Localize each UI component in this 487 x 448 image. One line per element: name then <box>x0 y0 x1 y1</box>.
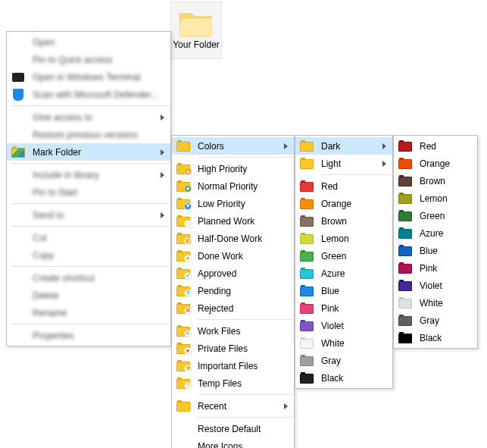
mark-pending[interactable]: ?Pending <box>172 282 294 299</box>
mark-half-done-work[interactable]: ◐Half-Done Work <box>172 230 294 247</box>
color-azure[interactable]: Azure <box>295 265 392 282</box>
color-brown[interactable]: Brown <box>295 212 392 230</box>
folder-icon <box>11 249 25 262</box>
menu-item-label: Normal Priority <box>198 181 288 192</box>
submenu-arrow-icon <box>161 172 164 178</box>
folder-icon: ● <box>176 342 190 356</box>
dark-pink[interactable]: Pink <box>394 259 477 277</box>
menu-item-label: White <box>321 338 386 349</box>
ctx-mark-folder[interactable]: Mark Folder <box>7 143 170 161</box>
menu-item-label: Important Files <box>198 361 288 371</box>
folder-icon <box>300 302 314 315</box>
menu-item-label: Send to <box>33 210 151 221</box>
mark-approved[interactable]: ✓Approved <box>172 265 294 282</box>
menu-item-label: Give access to <box>33 112 151 123</box>
mark-more-icons[interactable]: More Icons... <box>172 437 294 448</box>
ctx-copy[interactable]: Copy <box>7 246 170 264</box>
mark-planned-work[interactable]: ○Planned Work <box>172 212 294 230</box>
color-pink[interactable]: Pink <box>295 299 392 317</box>
color-blue[interactable]: Blue <box>295 282 392 299</box>
dark-red[interactable]: Red <box>394 137 477 155</box>
mark-normal-priority[interactable]: ●Normal Priority <box>172 177 294 195</box>
menu-item-label: Pink <box>321 303 386 314</box>
color-gray[interactable]: Gray <box>295 352 392 369</box>
menu-item-label: Temp Files <box>198 378 288 389</box>
dark-gray[interactable]: Gray <box>394 312 477 329</box>
color-light[interactable]: Light <box>295 155 392 172</box>
color-red[interactable]: Red <box>295 177 392 195</box>
mark-colors[interactable]: Colors <box>172 137 294 155</box>
submenu-arrow-icon <box>161 149 164 155</box>
ctx-restore-previous-versions[interactable]: Restore previous versions <box>7 126 170 143</box>
color-orange[interactable]: Orange <box>295 195 392 212</box>
folder-icon <box>11 36 25 49</box>
mark-work-files[interactable]: ≡Work Files <box>172 322 294 340</box>
menu-item-label: Done Work <box>198 251 288 262</box>
dark-green[interactable]: Green <box>394 207 477 224</box>
folder-icon <box>398 296 412 310</box>
ctx-pin-to-start[interactable]: Pin to Start <box>7 183 170 201</box>
folder-icon: ★ <box>176 359 190 373</box>
menu-item-label: Gray <box>420 315 471 326</box>
menu-separator <box>198 157 293 158</box>
ctx-cut[interactable]: Cut <box>7 229 170 246</box>
mark-temp-files[interactable]: !Temp Files <box>172 374 294 392</box>
dark-black[interactable]: Black <box>394 329 477 346</box>
mark-important-files[interactable]: ★Important Files <box>172 357 294 374</box>
submenu-arrow-icon <box>284 143 288 149</box>
menu-item-label: Light <box>321 158 373 169</box>
desktop-folder[interactable]: Your Folder <box>170 2 222 59</box>
submenu-arrow-icon <box>382 143 386 149</box>
ctx-pin-to-quick-access[interactable]: Pin to Quick access <box>7 51 170 68</box>
dark-violet[interactable]: Violet <box>394 277 477 294</box>
folder-icon <box>300 139 314 153</box>
dark-brown[interactable]: Brown <box>394 172 477 190</box>
menu-item-label: Private Files <box>198 343 288 354</box>
ctx-open[interactable]: Open <box>7 33 170 51</box>
folder-icon <box>11 53 25 67</box>
color-green[interactable]: Green <box>295 247 392 265</box>
mark-private-files[interactable]: ●Private Files <box>172 340 294 357</box>
ctx-include-in-library[interactable]: Include in library <box>7 166 170 183</box>
mark-rejected[interactable]: ✕Rejected <box>172 299 294 317</box>
ctx-scan-with-microsoft-defender[interactable]: Scan with Microsoft Defender... <box>7 86 170 103</box>
folder-icon <box>300 284 314 298</box>
ctx-give-access-to[interactable]: Give access to <box>7 108 170 126</box>
dark-orange[interactable]: Orange <box>394 155 477 172</box>
dark-azure[interactable]: Azure <box>394 224 477 242</box>
folder-icon <box>11 271 25 285</box>
menu-item-label: Orange <box>321 199 386 209</box>
ctx-delete[interactable]: Delete <box>7 287 170 304</box>
submenu-dark: Red Orange Brown Lemon Green Azure Blue … <box>393 135 478 349</box>
menu-item-label: Black <box>420 333 471 343</box>
mark-high-priority[interactable]: ▲High Priority <box>172 160 294 177</box>
ctx-rename[interactable]: Rename <box>7 304 170 321</box>
folder-icon <box>300 215 314 228</box>
color-dark[interactable]: Dark <box>295 137 392 155</box>
menu-item-label: High Priority <box>198 164 288 174</box>
folder-icon <box>398 244 412 258</box>
dark-white[interactable]: White <box>394 294 477 312</box>
ctx-open-in-windows-terminal[interactable]: Open in Windows Terminal <box>7 68 170 86</box>
folder-icon <box>300 197 314 211</box>
dark-lemon[interactable]: Lemon <box>394 190 477 207</box>
context-menu-main: OpenPin to Quick accessOpen in Windows T… <box>6 31 171 346</box>
color-black[interactable]: Black <box>295 369 392 387</box>
menu-item-label: Lemon <box>321 233 386 244</box>
menu-item-label: Restore previous versions <box>33 130 164 140</box>
color-white[interactable]: White <box>295 334 392 352</box>
menu-item-label: Restore Default <box>198 424 288 434</box>
ctx-create-shortcut[interactable]: Create shortcut <box>7 269 170 287</box>
mark-restore-default[interactable]: Restore Default <box>172 420 294 437</box>
folder-icon <box>300 319 314 333</box>
ctx-properties[interactable]: Properties <box>7 327 170 344</box>
mark-done-work[interactable]: ●Done Work <box>172 247 294 265</box>
mark-low-priority[interactable]: ▼Low Priority <box>172 195 294 212</box>
dark-blue[interactable]: Blue <box>394 242 477 259</box>
ctx-send-to[interactable]: Send to <box>7 206 170 224</box>
folder-icon: ≡ <box>176 324 190 338</box>
mark-recent[interactable]: Recent <box>172 397 294 415</box>
folder-icon <box>300 354 314 368</box>
color-violet[interactable]: Violet <box>295 317 392 334</box>
color-lemon[interactable]: Lemon <box>295 230 392 247</box>
